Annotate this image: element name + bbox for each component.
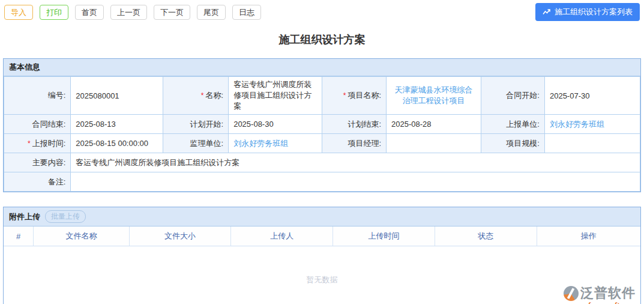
field-value-project-manager	[387, 134, 481, 153]
table-row: 合同结束: 2025-08-13 计划开始: 2025-08-30 计划结束: …	[4, 115, 640, 134]
basic-info-table: 编号: 2025080001 *名称: 客运专线广州调度所装修项目施工组织设计方…	[4, 76, 640, 192]
required-mark: *	[201, 91, 204, 100]
field-value-report-time: 2025-08-15 00:00:00	[71, 134, 163, 153]
field-label-project-scale: 项目规模:	[481, 134, 544, 153]
field-label-project-manager: 项目经理:	[322, 134, 386, 153]
field-value-supervision-unit: 刘永好劳务班组	[229, 134, 322, 153]
field-value-number: 2025080001	[71, 77, 163, 115]
field-label-plan-end: 计划结束:	[322, 115, 386, 134]
column-header-index: #	[4, 226, 34, 246]
basic-info-section-header: 基本信息	[4, 59, 640, 76]
column-header-file-name: 文件名称	[34, 226, 129, 246]
field-value-name: 客运专线广州调度所装修项目施工组织设计方案	[229, 77, 322, 115]
attachments-empty-area: 暂无数据 泛普软件 www.fanpusoft.com	[4, 246, 640, 304]
attachments-section-title: 附件上传	[9, 211, 40, 222]
attachments-section-header: 附件上传 批量上传	[4, 207, 640, 226]
field-value-report-unit: 刘永好劳务班组	[544, 115, 640, 134]
fanpu-logo-name: 泛普软件	[580, 284, 636, 302]
toolbar: 导入 打印 首页 上一页 下一页 尾页 日志 施工组织设计方案列表	[0, 0, 644, 23]
plan-list-button-label: 施工组织设计方案列表	[555, 7, 633, 17]
field-value-main-content: 客运专线广州调度所装修项目施工组织设计方案	[71, 153, 640, 172]
field-label-contract-start: 合同开始:	[481, 77, 544, 115]
plan-list-button[interactable]: 施工组织设计方案列表	[535, 3, 640, 21]
field-value-project-scale	[544, 134, 640, 153]
attachments-table: # 文件名称 文件大小 上传人 上传时间 状态 操作	[4, 226, 640, 246]
prev-page-button[interactable]: 上一页	[110, 5, 147, 20]
page-title: 施工组织设计方案	[0, 32, 644, 47]
column-header-upload-time: 上传时间	[333, 226, 435, 246]
last-page-button[interactable]: 尾页	[197, 5, 226, 20]
field-label-number: 编号:	[4, 77, 71, 115]
required-mark: *	[28, 139, 31, 148]
field-label-report-time: *上报时间:	[4, 134, 71, 153]
field-label-plan-start: 计划开始:	[163, 115, 228, 134]
field-value-contract-start: 2025-07-30	[544, 77, 640, 115]
field-label-remark: 备注:	[4, 172, 71, 192]
table-row: 主要内容: 客运专线广州调度所装修项目施工组织设计方案	[4, 153, 640, 172]
column-header-status: 状态	[435, 226, 537, 246]
required-mark: *	[343, 91, 346, 100]
field-label-report-unit: 上报单位:	[481, 115, 544, 134]
field-value-remark	[71, 172, 640, 192]
basic-info-section: 基本信息 编号: 2025080001 *名称: 客运专线广州调度所装修项目施工…	[3, 58, 641, 192]
field-value-plan-start: 2025-08-30	[229, 115, 322, 134]
print-button[interactable]: 打印	[40, 5, 68, 20]
field-label-project-name: *项目名称:	[322, 77, 386, 115]
column-header-file-size: 文件大小	[129, 226, 231, 246]
table-row: *上报时间: 2025-08-15 00:00:00 监理单位: 刘永好劳务班组…	[4, 134, 640, 153]
table-row: 编号: 2025080001 *名称: 客运专线广州调度所装修项目施工组织设计方…	[4, 77, 640, 115]
report-unit-link[interactable]: 刘永好劳务班组	[550, 120, 604, 129]
field-label-name: *名称:	[163, 77, 228, 115]
batch-upload-button[interactable]: 批量上传	[45, 210, 86, 223]
attachments-header-row: # 文件名称 文件大小 上传人 上传时间 状态 操作	[4, 226, 640, 246]
fanpu-logo: 泛普软件 www.fanpusoft.com	[564, 284, 636, 304]
field-label-supervision-unit: 监理单位:	[163, 134, 228, 153]
field-value-project-name: 天津蒙城县水环境综合治理工程设计项目	[387, 77, 481, 115]
table-row: 备注:	[4, 172, 640, 192]
log-button[interactable]: 日志	[232, 5, 261, 20]
field-label-contract-end: 合同结束:	[4, 115, 71, 134]
field-value-contract-end: 2025-08-13	[71, 115, 163, 134]
project-name-link[interactable]: 天津蒙城县水环境综合治理工程设计项目	[394, 85, 472, 105]
field-value-plan-end: 2025-08-28	[387, 115, 481, 134]
supervision-unit-link[interactable]: 刘永好劳务班组	[233, 139, 288, 148]
next-page-button[interactable]: 下一页	[154, 5, 190, 20]
empty-data-text: 暂无数据	[4, 246, 640, 285]
field-label-main-content: 主要内容:	[4, 153, 71, 172]
trending-up-icon	[543, 8, 551, 16]
first-page-button[interactable]: 首页	[75, 5, 104, 20]
basic-info-section-title: 基本信息	[9, 62, 40, 73]
fanpu-logo-url: www.fanpusoft.com	[564, 300, 636, 304]
column-header-actions: 操作	[537, 226, 640, 246]
fanpu-logo-icon	[564, 286, 579, 301]
attachments-section: 附件上传 批量上传 # 文件名称 文件大小 上传人 上传时间 状态 操作 暂无数…	[3, 207, 641, 304]
column-header-uploader: 上传人	[231, 226, 333, 246]
import-button[interactable]: 导入	[4, 5, 33, 20]
